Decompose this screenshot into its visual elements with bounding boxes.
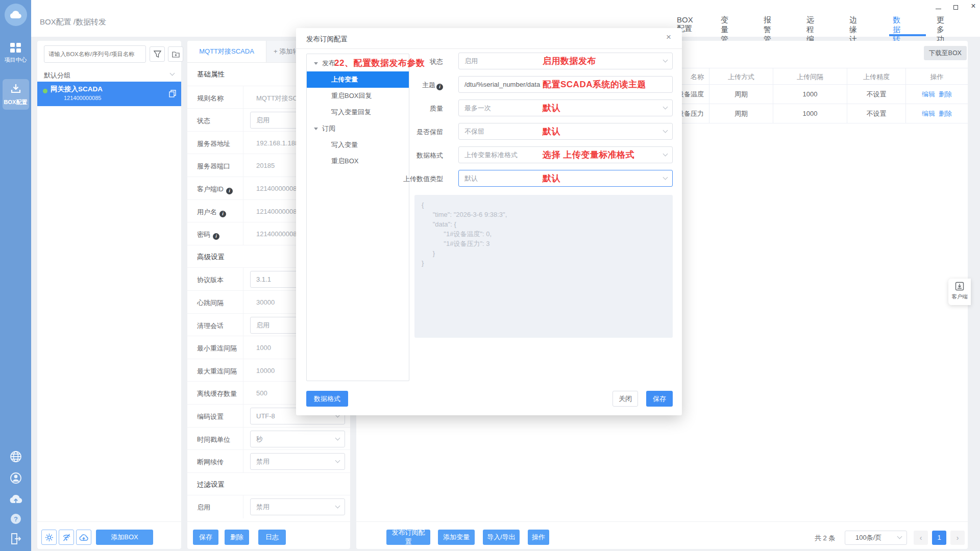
field-select[interactable]: 禁用 [250, 498, 345, 515]
section-title: 过滤设置 [197, 480, 225, 489]
operations-button[interactable]: 操作 [528, 530, 549, 545]
add-group-button[interactable] [168, 46, 183, 62]
sidebar-item-project-center[interactable]: 项目中心 [0, 41, 31, 67]
field-row-retain: 是否保留 不保留 默认 [296, 123, 682, 140]
sidebar-item-box-config[interactable]: BOX配置 [3, 79, 29, 110]
qos-select[interactable]: 最多一次 [458, 99, 673, 116]
user-icon [10, 472, 22, 484]
app-logo[interactable] [5, 4, 27, 26]
form-row: 启用 禁用 [187, 495, 350, 518]
column-divider [243, 291, 243, 314]
box-list-panel: 默认分组 网关接入SCADA 121400000085 添加BOX [37, 41, 181, 549]
select-value: 启用 [256, 116, 270, 125]
pagination-next-button[interactable]: › [950, 531, 965, 545]
help-icon: ? [10, 513, 21, 524]
chevron-down-icon [335, 458, 340, 463]
modal-close-footer-button[interactable]: 关闭 [612, 391, 638, 407]
cell-upload-interval: 1000 [773, 85, 847, 104]
application-window: BOX配置 /数据转发 BOX配置 变量管理 报警管理 远程编程 边缘计算 数据… [0, 0, 980, 551]
search-input[interactable] [44, 45, 146, 63]
cloud-up-icon [79, 534, 88, 541]
field-value: 192.168.1.188 [256, 139, 299, 147]
select-value: UTF-8 [256, 412, 275, 420]
field-select[interactable]: 禁用 [250, 453, 345, 470]
info-icon: i [213, 233, 219, 240]
chevron-down-icon [897, 534, 902, 539]
network-config-button[interactable] [59, 530, 74, 545]
window-minimize-button[interactable] [934, 4, 943, 11]
add-box-button[interactable]: 添加BOX [96, 530, 153, 545]
delete-link[interactable]: 删除 [939, 110, 952, 117]
field-value: 1000 [256, 344, 271, 352]
sidebar-cloud-upload-button[interactable] [9, 493, 22, 507]
window-close-button[interactable]: × [968, 1, 978, 11]
panel-footer-divider [37, 521, 181, 522]
sidebar-item-label: BOX配置 [0, 98, 31, 106]
form-row-section: 过滤设置 [187, 472, 350, 495]
column-divider [243, 268, 243, 291]
retain-select[interactable]: 不保留 [458, 123, 673, 140]
pagination-total: 共 2 条 [815, 534, 835, 543]
box-device-item[interactable]: 网关接入SCADA 121400000085 [37, 82, 181, 106]
import-export-button[interactable]: 导入/导出 [483, 530, 520, 545]
window-maximize-button[interactable] [951, 3, 961, 11]
delete-rule-button[interactable]: 删除 [225, 530, 249, 545]
download-to-box-button[interactable]: 下载至BOX [924, 46, 967, 60]
copy-icon[interactable] [169, 90, 176, 97]
pagination-page-1[interactable]: 1 [932, 531, 946, 545]
info-icon: i [226, 188, 233, 194]
field-select[interactable]: 秒 [250, 431, 345, 447]
field-label: 时间戳单位 [197, 435, 230, 444]
sidebar-globe-button[interactable] [10, 450, 22, 465]
modal-save-button[interactable]: 保存 [646, 391, 673, 407]
sidebar-user-button[interactable] [10, 472, 22, 486]
field-value: 20185 [256, 162, 275, 169]
svg-text:?: ? [14, 515, 18, 523]
modal-close-button[interactable]: × [663, 31, 675, 43]
chevron-down-icon [663, 104, 668, 109]
field-label: 上传数值类型 [296, 174, 443, 184]
field-label: 最小重连间隔 [197, 344, 237, 353]
wifi-off-icon [62, 533, 71, 542]
breadcrumb: BOX配置 /数据转发 [40, 17, 106, 27]
add-variable-button[interactable]: 添加变量 [438, 530, 475, 545]
delete-link[interactable]: 删除 [939, 90, 952, 98]
pub-sub-config-button[interactable]: 发布订阅配置 [386, 530, 430, 545]
cloud-sync-button[interactable] [76, 530, 91, 545]
field-value: 121400000085 [256, 185, 301, 192]
field-label: 规则名称 [197, 94, 224, 103]
cell-upload-mode: 周期 [709, 85, 773, 104]
column-divider [243, 154, 243, 177]
select-value: 启用 [464, 57, 478, 66]
field-label: 启用 [197, 503, 210, 512]
close-icon: × [971, 2, 975, 10]
edit-link[interactable]: 编辑 [922, 110, 935, 117]
sidebar-help-button[interactable]: ? [10, 513, 21, 527]
minimize-icon [936, 9, 941, 9]
group-row[interactable]: 默认分组 [37, 68, 181, 82]
pagination-prev-button[interactable]: ‹ [914, 531, 928, 545]
page-size-select[interactable]: 100条/页 [845, 531, 907, 545]
panel-footer-divider [187, 521, 350, 522]
value-type-select[interactable]: 默认 [458, 170, 673, 187]
data-format-button[interactable]: 数据格式 [306, 391, 348, 407]
client-download-widget[interactable]: 客户端 [948, 279, 971, 305]
field-label: 服务器端口 [197, 162, 230, 171]
input-value: /dtu/%serial_number/data [464, 81, 540, 88]
edit-link[interactable]: 编辑 [922, 90, 935, 98]
save-rule-button[interactable]: 保存 [193, 530, 218, 545]
grid-icon [10, 43, 21, 53]
field-label: 状态 [197, 116, 210, 126]
log-button[interactable]: 日志 [258, 530, 286, 545]
field-value: 10000 [256, 367, 275, 374]
field-label: 断网续传 [197, 458, 224, 467]
sidebar-logout-button[interactable] [10, 533, 22, 547]
field-value: 30000 [256, 298, 275, 306]
client-widget-label: 客户端 [948, 293, 971, 300]
filter-button[interactable] [150, 46, 165, 62]
tab-mqtt-scada[interactable]: MQTT对接SCADA [187, 41, 266, 62]
device-serial: 121400000085 [64, 95, 101, 101]
settings-button[interactable] [41, 530, 57, 545]
field-label: 协议版本 [197, 276, 224, 285]
tab-label: MQTT对接SCADA [199, 47, 254, 56]
